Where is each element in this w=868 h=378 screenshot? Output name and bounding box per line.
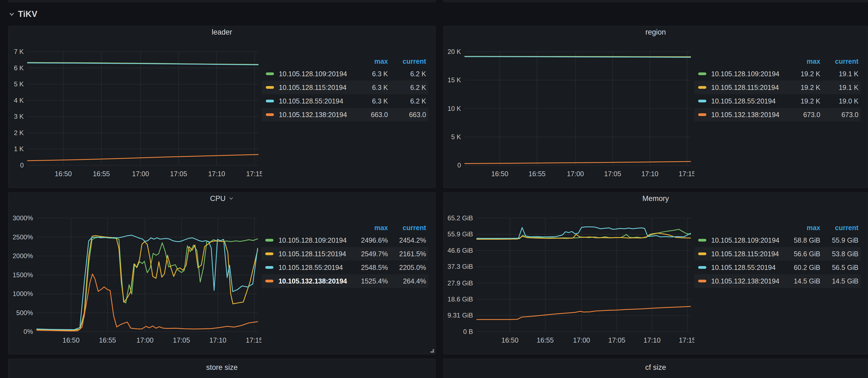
panel-title[interactable]: leader <box>212 28 232 36</box>
series-color-swatch[interactable] <box>265 266 273 269</box>
legend-row: 10.105.128.115:201942549.7%2161.5% <box>261 247 428 261</box>
legend-series-label[interactable]: 10.105.128.55:20194 <box>278 264 347 272</box>
legend-current-value: 53.8 GiB <box>820 250 859 258</box>
series-color-swatch[interactable] <box>266 72 274 75</box>
legend-series-label[interactable]: 10.105.132.138:20194 <box>711 111 779 119</box>
legend-max-value: 56.6 GiB <box>779 250 820 258</box>
series-color-swatch[interactable] <box>698 86 706 89</box>
region-chart-area[interactable]: 05 K10 K15 K20 K16:5016:5517:0017:0517:1… <box>443 38 694 187</box>
series-color-swatch[interactable] <box>698 266 706 269</box>
legend-series-label[interactable]: 10.105.128.109:20194 <box>711 70 779 78</box>
legend-header-spacer <box>698 226 706 229</box>
panel-title[interactable]: Memory <box>642 195 669 203</box>
legend-series-label[interactable]: 10.105.128.115:20194 <box>711 250 779 258</box>
leader-chart-area[interactable]: 01 K2 K3 K4 K5 K6 K7 K16:5016:5517:0017:… <box>8 38 262 187</box>
legend-series-label[interactable]: 10.105.132.138:20194 <box>711 277 779 285</box>
svg-text:2000%: 2000% <box>12 252 33 260</box>
legend-max-value: 19.2 K <box>779 70 820 78</box>
series-color-swatch[interactable] <box>698 239 706 242</box>
legend-sort-current[interactable]: current <box>820 58 859 65</box>
panel-menu-chevron-down-icon[interactable] <box>228 196 234 201</box>
legend-header-row: maxcurrent <box>694 222 861 233</box>
legend-sort-max[interactable]: max <box>347 58 388 65</box>
legend-sort-max[interactable]: max <box>347 224 388 232</box>
legend-series-label[interactable]: 10.105.132.138:20194 <box>279 111 347 119</box>
panel-title[interactable]: region <box>645 28 666 36</box>
legend-sort-max[interactable]: max <box>779 224 820 232</box>
series-color-swatch[interactable] <box>265 252 273 255</box>
legend-current-value: 19.1 K <box>820 70 859 78</box>
legend-sort-current[interactable]: current <box>820 224 859 232</box>
panel-header-cf-size[interactable]: cf size <box>443 359 868 376</box>
legend-row: 10.105.132.138:201941525.4%264.4% <box>261 274 428 288</box>
chart-canvas[interactable]: 01 K2 K3 K4 K5 K6 K7 K16:5016:5517:0017:… <box>8 38 262 187</box>
legend-row: 10.105.132.138:20194663.0663.0 <box>262 108 428 122</box>
series-color-swatch[interactable] <box>698 113 706 116</box>
chart-grid <box>37 218 258 332</box>
series-color-swatch[interactable] <box>266 100 274 102</box>
series-color-swatch[interactable] <box>698 72 706 75</box>
legend-series-label[interactable]: 10.105.128.109:20194 <box>711 236 779 244</box>
panel-title[interactable]: store size <box>206 363 238 372</box>
legend-max-value: 6.3 K <box>347 97 388 105</box>
legend-row: 10.105.128.109:201946.3 K6.2 K <box>262 67 428 80</box>
legend-series-label[interactable]: 10.105.128.55:20194 <box>711 264 779 272</box>
legend-series-label[interactable]: 10.105.128.109:20194 <box>278 236 347 244</box>
panel-title[interactable]: CPU <box>210 195 225 203</box>
panel-memory: Memory 0 B9.31 GiB18.6 GiB27.9 GiB37.3 G… <box>443 192 868 354</box>
series-color-swatch[interactable] <box>265 239 273 242</box>
legend-row: 10.105.128.109:201942496.6%2454.2% <box>261 233 428 247</box>
legend-series-label[interactable]: 10.105.128.55:20194 <box>711 97 779 105</box>
svg-text:3 K: 3 K <box>14 113 24 120</box>
svg-text:10 K: 10 K <box>447 105 461 112</box>
legend-max-value: 2496.6% <box>347 236 388 244</box>
series-color-swatch[interactable] <box>266 113 274 116</box>
cpu-chart-area[interactable]: 0%500%1000%1500%2000%2500%3000%16:5016:5… <box>8 205 261 354</box>
panel-header-memory[interactable]: Memory <box>443 193 868 205</box>
svg-text:17:05: 17:05 <box>170 170 187 178</box>
legend-current-value: 19.0 K <box>820 97 859 105</box>
legend-header-row: maxcurrent <box>694 56 861 67</box>
legend-series-label[interactable]: 10.105.128.115:20194 <box>711 83 779 92</box>
panel-header-region[interactable]: region <box>443 26 868 38</box>
series-color-swatch[interactable] <box>698 252 706 255</box>
svg-text:500%: 500% <box>17 309 33 316</box>
panel-header-store-size[interactable]: store size <box>8 359 435 376</box>
legend-series-label[interactable]: 10.105.128.115:20194 <box>279 83 347 92</box>
series-color-swatch[interactable] <box>265 280 273 282</box>
svg-text:17:15: 17:15 <box>679 336 694 344</box>
panel-header-leader[interactable]: leader <box>8 26 435 38</box>
chart-canvas[interactable]: 05 K10 K15 K20 K16:5016:5517:0017:0517:1… <box>443 38 694 187</box>
series-color-swatch[interactable] <box>266 86 274 89</box>
legend-current-value: 19.1 K <box>820 83 859 92</box>
svg-text:17:10: 17:10 <box>642 170 659 178</box>
panel-header-cpu[interactable]: CPU <box>8 193 435 205</box>
legend-series-label[interactable]: 10.105.128.55:20194 <box>279 97 347 105</box>
panel-store-size: store size <box>8 359 436 378</box>
chart-canvas[interactable]: 0 B9.31 GiB18.6 GiB27.9 GiB37.3 GiB46.6 … <box>443 205 694 354</box>
legend-sort-max[interactable]: max <box>779 58 820 65</box>
svg-text:1000%: 1000% <box>12 290 33 298</box>
series-color-swatch[interactable] <box>698 280 706 282</box>
legend-series-label[interactable]: 10.105.132.138:20194 <box>278 277 347 285</box>
svg-text:18.6 GiB: 18.6 GiB <box>447 296 473 303</box>
legend-series-label[interactable]: 10.105.128.109:20194 <box>279 70 347 78</box>
svg-text:16:50: 16:50 <box>62 336 80 344</box>
section-header-tikv[interactable]: TiKV <box>6 7 40 21</box>
legend-row: 10.105.128.55:201946.3 K6.2 K <box>262 94 428 108</box>
panel-resize-handle[interactable] <box>430 349 434 353</box>
legend-sort-current[interactable]: current <box>388 58 426 65</box>
legend-sort-current[interactable]: current <box>388 224 426 232</box>
legend-current-value: 264.4% <box>388 277 426 285</box>
memory-chart-area[interactable]: 0 B9.31 GiB18.6 GiB27.9 GiB37.3 GiB46.6 … <box>443 205 694 354</box>
series-color-swatch[interactable] <box>698 100 706 102</box>
svg-text:46.6 GiB: 46.6 GiB <box>447 247 473 254</box>
chevron-down-icon <box>9 11 15 17</box>
partial-panel-top-right <box>443 0 868 2</box>
legend-series-label[interactable]: 10.105.128.115:20194 <box>278 250 347 258</box>
svg-text:17:10: 17:10 <box>644 336 661 344</box>
svg-text:17:10: 17:10 <box>209 336 226 344</box>
panel-title[interactable]: cf size <box>645 363 666 372</box>
chart-canvas[interactable]: 0%500%1000%1500%2000%2500%3000%16:5016:5… <box>8 205 261 354</box>
legend-row: 10.105.128.55:201942548.5%2205.0% <box>261 261 428 274</box>
